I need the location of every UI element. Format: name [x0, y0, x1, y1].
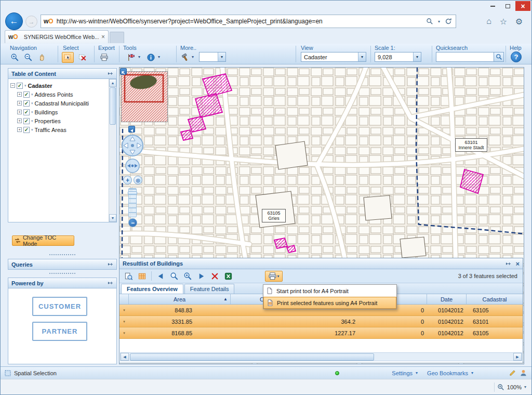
- toc-panel-header[interactable]: Table of Content: [8, 68, 117, 79]
- page-zoom-level[interactable]: 100%: [507, 384, 522, 390]
- expand-icon[interactable]: +: [17, 127, 22, 132]
- settings-gear-button[interactable]: ⚙: [513, 16, 525, 27]
- layer-menu-caret-icon[interactable]: ▾: [31, 93, 33, 97]
- chevron-down-icon[interactable]: ▾: [413, 52, 421, 61]
- zoom-out-button[interactable]: −: [128, 218, 137, 227]
- measure-tool[interactable]: [179, 52, 191, 63]
- chevron-down-icon[interactable]: ▾: [358, 52, 366, 61]
- previous-feature-button[interactable]: [155, 271, 167, 282]
- powered-by-panel-header[interactable]: Powered by: [8, 278, 117, 288]
- scale-select[interactable]: 9,028 ▾: [375, 52, 421, 62]
- pin-icon[interactable]: [506, 261, 511, 267]
- help-button[interactable]: ?: [511, 51, 522, 62]
- zoom-slider[interactable]: [128, 188, 137, 217]
- close-panel-icon[interactable]: ×: [515, 260, 520, 268]
- checkbox-checked-icon[interactable]: ✓: [23, 118, 30, 124]
- quicksearch-button[interactable]: [494, 52, 504, 62]
- pin-icon[interactable]: [108, 71, 113, 76]
- url-text[interactable]: http://w-ws-wintner/WebOffice/synserver?…: [57, 18, 425, 25]
- tab-feature-details[interactable]: Feature Details: [184, 284, 235, 294]
- tab-features-overview[interactable]: Features Overview: [121, 284, 183, 294]
- zoom-to-previous-button[interactable]: [168, 271, 180, 282]
- next-feature-button[interactable]: [195, 271, 207, 282]
- zoom-slider-thumb[interactable]: [128, 191, 137, 195]
- column-header-cadastral[interactable]: Cadastral: [467, 294, 523, 304]
- settings-menu[interactable]: Settings: [392, 370, 413, 376]
- column-header-date[interactable]: Date: [427, 294, 467, 304]
- quicksearch-input[interactable]: [436, 52, 494, 62]
- address-bar[interactable]: wO http://w-ws-wintner/WebOffice/synserv…: [41, 15, 456, 28]
- expand-icon[interactable]: +: [17, 92, 22, 97]
- refresh-icon[interactable]: [444, 18, 453, 25]
- chevron-down-icon[interactable]: ▾: [218, 52, 225, 61]
- sort-ascending-icon[interactable]: ▲: [223, 297, 228, 301]
- table-row[interactable]: ▾ 8168.85 1227.17 0 01042012 63105: [119, 327, 523, 339]
- resultlist-header[interactable]: Resultlist of Buildings ×: [119, 258, 523, 269]
- identify-results-tool[interactable]: [123, 271, 135, 282]
- search-icon[interactable]: [425, 18, 434, 25]
- chevron-down-icon[interactable]: ▾: [524, 385, 526, 389]
- row-menu-caret-icon[interactable]: ▾: [123, 308, 125, 312]
- chevron-down-icon[interactable]: ▾: [471, 371, 473, 375]
- close-button[interactable]: ×: [515, 1, 530, 11]
- layer-menu-caret-icon[interactable]: ▾: [31, 110, 33, 114]
- home-button[interactable]: ⌂: [483, 16, 495, 27]
- select-by-rectangle-tool[interactable]: [62, 52, 74, 63]
- print-features-button[interactable]: ▾: [265, 271, 283, 282]
- scroll-left-icon[interactable]: ◀: [121, 353, 129, 361]
- scrollbar-thumb[interactable]: [110, 87, 116, 125]
- zoom-out-tool[interactable]: [22, 52, 34, 63]
- edit-pencil-icon[interactable]: [509, 369, 516, 377]
- zoom-box-button[interactable]: ◎: [134, 176, 142, 185]
- toc-node-traffic-areas[interactable]: + ✓ ▾ Traffic Areas: [8, 125, 116, 134]
- expand-icon[interactable]: +: [17, 118, 22, 123]
- toc-node-cadastral-municipalities[interactable]: + ✓ ▾ Cadastral Municipaliti: [8, 99, 116, 108]
- toc-node-cadaster[interactable]: − ✓ ▾ Cadaster: [8, 81, 116, 90]
- overview-map[interactable]: [121, 71, 168, 122]
- pin-icon[interactable]: [108, 261, 113, 267]
- layer-menu-caret-icon[interactable]: ▾: [31, 119, 33, 123]
- page-zoom-icon[interactable]: [497, 384, 504, 391]
- checkbox-checked-icon[interactable]: ✓: [17, 83, 23, 89]
- new-tab-button[interactable]: [110, 32, 124, 43]
- toc-node-buildings[interactable]: + ✓ ▾ Buildings: [8, 108, 116, 116]
- column-header-area[interactable]: Area ▲: [129, 294, 231, 304]
- expand-icon[interactable]: +: [17, 110, 22, 114]
- checkbox-checked-icon[interactable]: ✓: [23, 127, 30, 133]
- toc-node-properties[interactable]: + ✓ ▾ Properties: [8, 116, 116, 125]
- rotate-control[interactable]: [125, 158, 140, 174]
- change-toc-mode-button[interactable]: Change TOC Mode: [12, 235, 74, 246]
- print-export-tool[interactable]: [98, 52, 110, 63]
- scroll-down-icon[interactable]: ▼: [109, 214, 116, 222]
- browser-forward-button[interactable]: →: [25, 16, 37, 28]
- checkbox-checked-icon[interactable]: ✓: [23, 91, 30, 98]
- pan-compass[interactable]: [121, 134, 144, 157]
- export-excel-button[interactable]: [222, 271, 234, 282]
- toc-node-address-points[interactable]: + ✓ ▾ Address Points: [8, 90, 116, 99]
- autocomplete-caret-icon[interactable]: ▾: [434, 19, 444, 24]
- zoom-in-tool[interactable]: [9, 52, 21, 63]
- collapse-icon[interactable]: −: [10, 83, 15, 88]
- geo-bookmarks-menu[interactable]: Geo Bookmarks: [427, 370, 468, 376]
- info-tool[interactable]: [145, 52, 157, 63]
- pin-icon[interactable]: [108, 280, 113, 286]
- layer-menu-caret-icon[interactable]: ▾: [31, 128, 33, 132]
- flag-tool[interactable]: [125, 52, 137, 63]
- menu-item-start-print-tool[interactable]: Start print tool for A4 Portrait: [263, 285, 396, 297]
- flag-tool-caret-icon[interactable]: ▾: [138, 55, 140, 59]
- view-select[interactable]: Cadaster ▾: [301, 52, 366, 62]
- more-tools-select[interactable]: ▾: [199, 52, 226, 62]
- minimize-button[interactable]: [485, 1, 500, 11]
- panel-splitter[interactable]: [49, 254, 75, 255]
- table-view-tool[interactable]: [136, 271, 148, 282]
- expand-icon[interactable]: +: [17, 101, 22, 106]
- row-menu-caret-icon[interactable]: ▾: [123, 331, 125, 335]
- user-icon[interactable]: [520, 369, 527, 377]
- queries-panel-header[interactable]: Queries: [8, 259, 117, 270]
- zoom-to-selected-button[interactable]: [182, 271, 194, 282]
- scroll-right-icon[interactable]: ▶: [513, 353, 522, 361]
- favorites-button[interactable]: ☆: [497, 16, 510, 27]
- checkbox-checked-icon[interactable]: ✓: [23, 100, 30, 107]
- menu-item-print-selected-features[interactable]: Print selected features using A4 Portrai…: [263, 297, 396, 309]
- collapse-overview-button[interactable]: [120, 68, 127, 75]
